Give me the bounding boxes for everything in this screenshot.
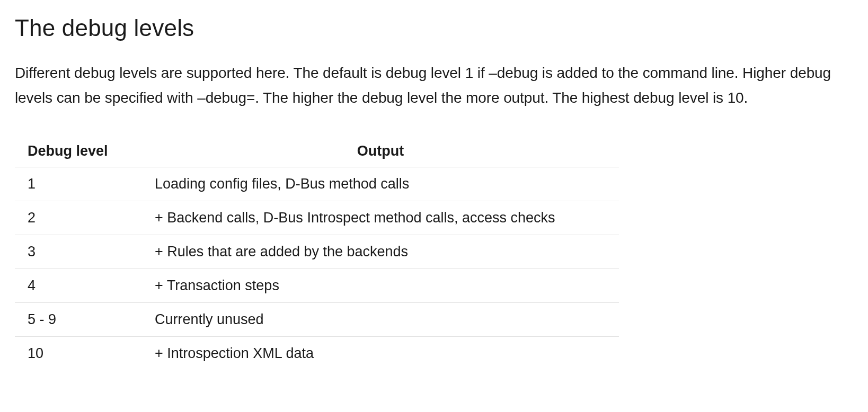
- debug-levels-table: Debug level Output 1 Loading config file…: [15, 136, 619, 370]
- table-row: 5 - 9 Currently unused: [15, 303, 619, 337]
- cell-level: 3: [15, 235, 142, 269]
- cell-output: + Introspection XML data: [142, 337, 619, 371]
- cell-level: 2: [15, 201, 142, 235]
- cell-output: Loading config files, D-Bus method calls: [142, 167, 619, 201]
- table-row: 3 + Rules that are added by the backends: [15, 235, 619, 269]
- cell-output: + Transaction steps: [142, 269, 619, 303]
- table-row: 1 Loading config files, D-Bus method cal…: [15, 167, 619, 201]
- header-debug-level: Debug level: [15, 136, 142, 167]
- table-header-row: Debug level Output: [15, 136, 619, 167]
- cell-output: + Backend calls, D-Bus Introspect method…: [142, 201, 619, 235]
- cell-level: 10: [15, 337, 142, 371]
- header-output: Output: [142, 136, 619, 167]
- cell-level: 5 - 9: [15, 303, 142, 337]
- cell-level: 1: [15, 167, 142, 201]
- intro-paragraph: Different debug levels are supported her…: [15, 60, 852, 110]
- page-heading: The debug levels: [15, 15, 853, 41]
- cell-level: 4: [15, 269, 142, 303]
- cell-output: Currently unused: [142, 303, 619, 337]
- cell-output: + Rules that are added by the backends: [142, 235, 619, 269]
- table-row: 4 + Transaction steps: [15, 269, 619, 303]
- table-row: 10 + Introspection XML data: [15, 337, 619, 371]
- table-row: 2 + Backend calls, D-Bus Introspect meth…: [15, 201, 619, 235]
